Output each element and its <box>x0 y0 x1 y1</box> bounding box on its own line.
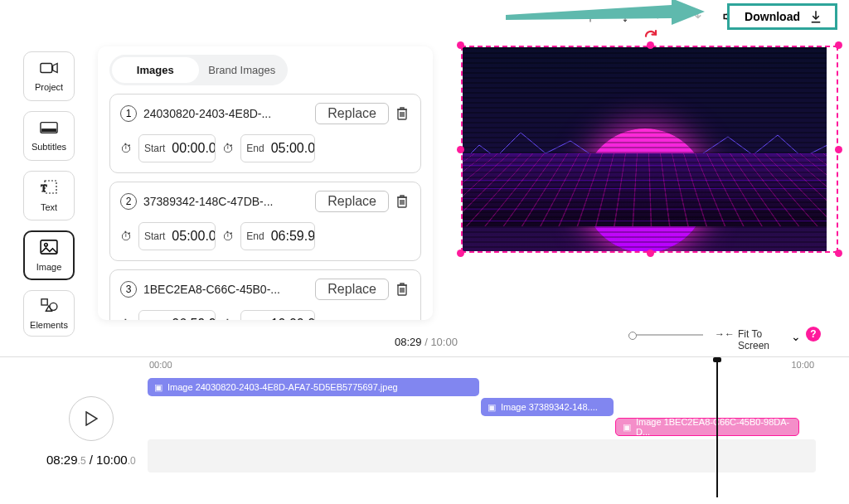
playback-controls: 08:29.5 / 10:00.0 <box>46 396 136 467</box>
end-time-input[interactable]: End 10:00.0 <box>240 310 314 320</box>
replace-button[interactable]: Replace <box>315 103 389 124</box>
top-toolbar: ↑ ↓ ↶ ↷ <box>0 0 849 33</box>
selection-outline <box>461 46 838 253</box>
image-panel: Images Brand Images 1 24030820-2403-4E8D… <box>98 46 433 320</box>
subtitles-icon <box>40 121 58 138</box>
image-card: 2 37389342-148C-47DB-... Replace ⏱ Start… <box>109 182 421 261</box>
resize-handle[interactable] <box>835 146 842 153</box>
timeline-clip[interactable]: ▣ Image 24030820-2403-4E8D-AFA7-5D5EB577… <box>148 378 479 396</box>
undo-icon[interactable]: ↶ <box>652 8 668 25</box>
resize-handle[interactable] <box>647 250 654 257</box>
stopwatch-icon: ⏱ <box>120 142 132 155</box>
chevron-down-icon[interactable]: ⌄ <box>791 330 801 343</box>
top-icon-group: ↑ ↓ ↶ ↷ <box>582 8 738 25</box>
stopwatch-icon: ⏱ <box>222 142 234 155</box>
sidenav-label: Image <box>36 262 62 272</box>
sidenav-label: Subtitles <box>32 142 66 152</box>
card-filename: 24030820-2403-4E8D-... <box>143 107 308 120</box>
timeline-clip[interactable]: ▣ Image 37389342-148.... <box>481 398 614 416</box>
image-icon: ▣ <box>154 382 163 393</box>
download-label: Download <box>745 10 800 23</box>
svg-marker-16 <box>86 412 97 425</box>
arrow-up-icon[interactable]: ↑ <box>582 8 599 25</box>
image-icon: ▣ <box>488 402 496 413</box>
panel-tabs: Images Brand Images <box>109 55 288 85</box>
svg-marker-3 <box>53 63 58 72</box>
start-time-input[interactable]: Start 06:59.9 <box>138 310 216 320</box>
resize-handle[interactable] <box>457 250 464 257</box>
replace-button[interactable]: Replace <box>315 279 389 300</box>
resize-handle[interactable] <box>835 41 842 49</box>
divider <box>0 356 849 357</box>
svg-marker-12 <box>46 305 51 310</box>
card-index: 1 <box>120 105 137 122</box>
image-card: 3 1BEC2EA8-C66C-45B0-... Replace ⏱ Start… <box>109 269 421 320</box>
stopwatch-icon: ⏱ <box>222 317 234 320</box>
end-time-input[interactable]: End 06:59.9 <box>240 222 314 250</box>
trash-icon[interactable] <box>395 194 410 209</box>
time-counter: 08:29 / 10:00 <box>395 336 458 348</box>
svg-rect-5 <box>42 128 56 131</box>
svg-rect-10 <box>41 298 47 304</box>
stopwatch-icon: ⏱ <box>120 230 132 243</box>
fit-icon: →← <box>715 328 735 340</box>
start-time-input[interactable]: Start 05:00.0 <box>138 222 216 250</box>
image-card: 1 24030820-2403-4E8D-... Replace ⏱ Start… <box>109 94 421 173</box>
start-time-input[interactable]: Start 00:00.0 <box>138 134 216 162</box>
sidenav-label: Text <box>41 202 57 212</box>
sidenav-label: Project <box>35 82 63 92</box>
timeline-clip-selected[interactable]: ▣ Image 1BEC2EA8-C66C-45B0-98DA-D... <box>615 418 799 436</box>
play-button[interactable] <box>69 396 114 441</box>
tab-images[interactable]: Images <box>112 57 199 83</box>
controls-row: 08:29 / 10:00 →← Fit To Screen ⌄ ? <box>0 325 849 358</box>
svg-rect-8 <box>41 240 57 253</box>
playhead[interactable] <box>716 358 718 497</box>
download-button[interactable]: Download <box>727 3 837 30</box>
sidenav-item-image[interactable]: Image <box>23 230 75 280</box>
end-time-input[interactable]: End 05:00.0 <box>240 134 314 162</box>
camera-icon <box>40 61 58 79</box>
stopwatch-icon: ⏱ <box>120 317 132 320</box>
card-index: 3 <box>120 281 137 298</box>
trash-icon[interactable] <box>395 106 410 121</box>
redo-icon[interactable]: ↷ <box>686 8 703 25</box>
shapes-icon <box>40 298 58 317</box>
resize-handle[interactable] <box>457 41 464 49</box>
side-nav: Project Subtitles T Text Image Elements <box>23 51 75 337</box>
svg-rect-2 <box>41 63 52 72</box>
text-icon: T <box>41 180 57 199</box>
sidenav-item-text[interactable]: T Text <box>23 171 75 220</box>
zoom-slider[interactable] <box>628 332 703 337</box>
card-index: 2 <box>120 193 137 210</box>
preview-canvas[interactable] <box>461 46 838 253</box>
stopwatch-icon: ⏱ <box>222 230 234 243</box>
playback-time: 08:29.5 / 10:00.0 <box>46 453 136 467</box>
help-button[interactable]: ? <box>806 327 821 342</box>
card-filename: 37389342-148C-47DB-... <box>143 195 308 208</box>
sidenav-item-subtitles[interactable]: Subtitles <box>23 111 75 161</box>
resize-handle[interactable] <box>457 146 464 153</box>
sidenav-item-project[interactable]: Project <box>23 51 75 101</box>
image-icon: ▣ <box>623 422 631 433</box>
svg-point-9 <box>45 243 48 246</box>
replace-button[interactable]: Replace <box>315 191 389 212</box>
image-icon <box>40 240 58 259</box>
timeline[interactable]: 00:00 10:00 ▣ Image 24030820-2403-4E8D-A… <box>148 358 816 497</box>
fit-to-screen[interactable]: →← Fit To Screen <box>715 328 774 351</box>
tab-brand-images[interactable]: Brand Images <box>199 57 286 83</box>
svg-text:T: T <box>41 182 47 194</box>
resize-handle[interactable] <box>835 250 842 257</box>
card-filename: 1BEC2EA8-C66C-45B0-... <box>143 283 308 296</box>
trash-icon[interactable] <box>395 282 410 297</box>
arrow-down-icon[interactable]: ↓ <box>617 8 633 25</box>
redo-red-icon[interactable] <box>643 28 658 46</box>
